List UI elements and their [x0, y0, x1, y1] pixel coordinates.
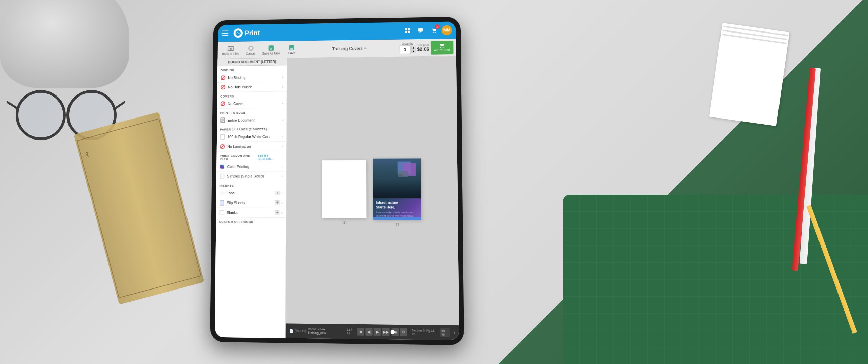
play-button[interactable]: ▶	[374, 328, 381, 336]
document-title: Training Covers	[332, 46, 362, 51]
zoom-control: 55 % − +	[440, 328, 456, 337]
no-hole-punch-text: No Hole Punch	[228, 85, 280, 89]
svg-rect-36	[405, 28, 407, 30]
hamburger-menu-button[interactable]	[222, 29, 231, 38]
no-binding-option[interactable]: No Binding ›	[217, 72, 287, 83]
quantity-stepper[interactable]: ▲ ▼	[411, 46, 416, 53]
quantity-input[interactable]: 1	[399, 45, 410, 54]
svg-rect-55	[290, 48, 293, 50]
no-hole-punch-option[interactable]: No Hole Punch ›	[217, 82, 286, 92]
skip-to-start-button[interactable]: ⏮	[357, 328, 364, 336]
color-printing-chevron: ›	[282, 165, 283, 168]
quantity-area: Quantity 1 ▲ ▼	[399, 42, 416, 54]
paper-weight-text: 100 lb Regular White Card	[227, 134, 280, 139]
quantity-down-button[interactable]: ▼	[411, 50, 416, 53]
tablet-screen: Print	[215, 21, 459, 340]
svg-rect-70	[220, 200, 224, 205]
no-hole-punch-chevron: ›	[282, 85, 283, 88]
blanks-chevron: ›	[281, 211, 282, 214]
cart-button[interactable]: 1	[429, 26, 438, 35]
entire-document-option[interactable]: Entire Document ›	[217, 115, 286, 125]
panel-header: BOUND DOCUMENT (LETTER)	[217, 58, 287, 66]
grid-view-button[interactable]	[403, 26, 412, 36]
print-to-edge-section-label: PRINT TO EDGE	[217, 108, 287, 115]
no-cover-chevron: ›	[282, 101, 283, 105]
edit-title-button[interactable]: ✏	[364, 46, 367, 51]
simplex-icon	[220, 174, 225, 179]
save-label: Save	[288, 51, 295, 55]
app-name: Print	[245, 29, 260, 37]
save-icon	[288, 44, 295, 51]
back-icon: ▦	[227, 45, 235, 52]
zoom-in-button[interactable]: +	[453, 330, 456, 335]
save-as-new-label: Save As New	[262, 51, 280, 55]
no-lamination-text: No Lamination	[227, 144, 280, 148]
svg-rect-52	[270, 48, 272, 50]
helmet-decoration	[0, 0, 129, 88]
left-panel: BOUND DOCUMENT (LETTER) BINDING No Bindi…	[215, 58, 287, 338]
svg-line-3	[115, 102, 125, 108]
binding-section-label: BINDING	[217, 65, 287, 73]
refresh-button[interactable]: ↺	[400, 328, 407, 336]
color-printing-icon	[220, 164, 225, 169]
no-lamination-chevron: ›	[282, 145, 283, 148]
media-filename: Construction Training_new	[308, 327, 342, 335]
back-to-files-button[interactable]: ▦ Back to Files	[220, 43, 241, 57]
tablet-device: Print	[210, 17, 464, 345]
svg-rect-38	[405, 31, 407, 33]
progress-thumb[interactable]	[390, 330, 394, 334]
blanks-option[interactable]: Blanks ›	[216, 208, 286, 218]
quantity-up-button[interactable]: ▲	[411, 46, 416, 49]
svg-point-5	[19, 93, 63, 137]
cover-title: InfrastructureStarts Here.	[376, 200, 419, 209]
paper-weight-chevron: ›	[282, 135, 283, 138]
no-lamination-option[interactable]: No Lamination ›	[217, 142, 286, 151]
svg-rect-37	[408, 28, 410, 30]
cancel-button[interactable]: Cancel	[242, 43, 259, 57]
svg-rect-50	[270, 45, 273, 47]
tabs-icon	[219, 190, 225, 196]
no-cover-icon	[220, 101, 226, 106]
inserts-section-label: INSERTS	[216, 181, 286, 188]
zoom-value: 55 %	[440, 328, 450, 337]
paper-weight-option[interactable]: 100 lb Regular White Card ›	[217, 132, 286, 142]
tabs-option[interactable]: Tabs ›	[216, 188, 286, 198]
user-avatar-button[interactable]: MM	[442, 25, 452, 35]
tabs-chevron: ›	[281, 191, 282, 195]
cutting-mat	[563, 195, 868, 364]
svg-rect-54	[290, 45, 293, 47]
zoom-out-button[interactable]: −	[451, 330, 453, 335]
tabs-text: Tabs	[227, 191, 273, 195]
papers-decoration	[709, 23, 789, 126]
save-button[interactable]: Save	[283, 42, 300, 57]
chat-button[interactable]	[416, 26, 425, 35]
simplex-option[interactable]: Simplex (Single Sided) ›	[216, 171, 286, 181]
cover-title-area: InfrastructureStarts Here. Professionall…	[373, 198, 421, 220]
simplex-text: Simplex (Single Sided)	[227, 174, 279, 178]
media-controls-bar: 📄 [firstFile] Construction Training_new …	[286, 323, 459, 340]
app-logo: Print	[234, 28, 260, 38]
document-page-11: InfrastructureStarts Here. Professionall…	[373, 158, 421, 220]
no-binding-text: No Binding	[228, 75, 280, 80]
prev-page-button[interactable]: ◀	[365, 328, 373, 336]
preview-area: 10	[286, 56, 459, 325]
color-printing-text: Color Printing	[227, 164, 280, 168]
document-page-10	[322, 160, 367, 218]
svg-rect-62	[221, 134, 225, 139]
main-content: BOUND DOCUMENT (LETTER) BINDING No Bindi…	[215, 56, 459, 340]
section-info: Section 6: Pg 11-12	[411, 329, 438, 336]
add-to-cart-button[interactable]: Add To Cart	[430, 41, 453, 54]
paper-section-label: PAPER 14 PAGES (7 SHEETS)	[217, 125, 286, 132]
paper-icon	[220, 134, 225, 140]
no-lamination-icon	[220, 144, 225, 149]
save-as-new-button[interactable]: Save As New	[260, 42, 282, 57]
price-value: $2.06	[417, 46, 429, 52]
next-page-button[interactable]: ▶▶	[382, 328, 390, 336]
set-by-section-link[interactable]: SET BY SECTION...	[258, 154, 283, 161]
no-cover-option[interactable]: No Cover ›	[217, 99, 287, 109]
cover-content: InfrastructureStarts Here. Professionall…	[373, 158, 421, 220]
slip-sheets-option[interactable]: Slip Sheets ›	[216, 198, 286, 208]
document-title-area: Training Covers ✏	[301, 45, 398, 51]
color-printing-option[interactable]: Color Printing ›	[216, 162, 286, 172]
blanks-icon	[219, 210, 225, 215]
